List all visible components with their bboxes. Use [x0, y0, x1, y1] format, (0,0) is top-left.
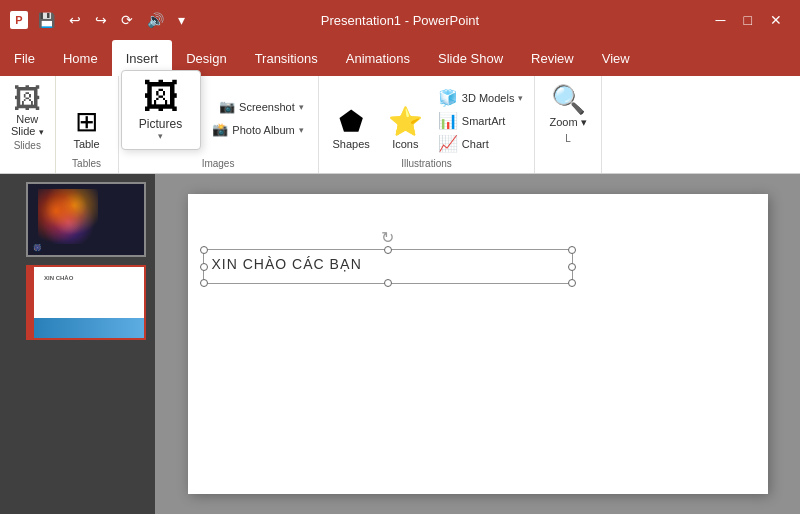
slide-2-preview: XIN CHÀO — [28, 267, 144, 338]
rotate-handle[interactable]: ↻ — [381, 228, 394, 247]
slides-panel: 1 🎆 2 XIN CHÀO — [0, 174, 155, 514]
screenshot-arrow: ▾ — [299, 102, 304, 112]
fireworks-graphic — [38, 189, 98, 244]
redo-qat-button[interactable]: ↪ — [91, 10, 111, 30]
tab-animations[interactable]: Animations — [332, 40, 424, 76]
shapes-label: Shapes — [333, 138, 370, 150]
slide-text-content[interactable]: XIN CHÀO CÁC BẠN — [204, 250, 572, 278]
illustrations-group-label: Illustrations — [327, 158, 527, 171]
slides-group: 🖼 New Slide ▾ Slides — [0, 76, 56, 173]
ribbon-tabs: File Home Insert Design Transitions Anim… — [0, 40, 800, 76]
slide-1-inner: 🎆 — [26, 182, 146, 257]
models-3d-button[interactable]: 🧊 3D Models ▾ — [435, 87, 527, 108]
slide-1-preview: 🎆 — [28, 184, 144, 255]
smartart-button[interactable]: 📊 SmartArt — [435, 110, 527, 131]
smartart-icon: 📊 — [438, 111, 458, 130]
zoom-button[interactable]: 🔍 Zoom ▾ — [543, 82, 592, 133]
save-qat-button[interactable]: 💾 — [34, 10, 59, 30]
photo-album-button[interactable]: 📸 Photo Album ▾ — [208, 120, 307, 139]
minimize-button[interactable]: ─ — [708, 12, 734, 28]
chart-label: Chart — [462, 138, 489, 150]
icons-label: Icons — [392, 138, 418, 150]
screenshot-button[interactable]: 📷 Screenshot ▾ — [215, 97, 308, 116]
slide-canvas[interactable]: ↻ XIN CHÀO CÁC BẠN — [188, 194, 768, 494]
window-controls: ─ □ ✕ — [708, 12, 790, 28]
audio-qat-button[interactable]: 🔊 — [143, 10, 168, 30]
handle-right-mid[interactable] — [568, 263, 576, 271]
table-button[interactable]: ⊞ Table — [64, 104, 110, 154]
models-3d-arrow: ▾ — [518, 93, 523, 103]
screenshot-icon: 📷 — [219, 99, 235, 114]
slide-thumbnail-1[interactable]: 1 🎆 — [6, 182, 149, 257]
models-3d-label: 3D Models — [462, 92, 515, 104]
tab-home[interactable]: Home — [49, 40, 112, 76]
new-slide-button[interactable]: 🖼 New Slide ▾ — [8, 82, 47, 140]
pictures-arrow: ▾ — [158, 131, 163, 141]
pictures-dropdown[interactable]: 🖼 Pictures ▾ — [121, 70, 201, 150]
illustrations-items: ⬟ Shapes ⭐ Icons 🧊 3D Models ▾ 📊 SmartAr… — [327, 82, 527, 158]
handle-bottom-right[interactable] — [568, 279, 576, 287]
slide-2-inner: XIN CHÀO — [26, 265, 146, 340]
tab-slideshow[interactable]: Slide Show — [424, 40, 517, 76]
app-body: 1 🎆 2 XIN CHÀO ↻ — [0, 174, 800, 514]
images-extra-items: 📷 Screenshot ▾ 📸 Photo Album ▾ — [208, 82, 307, 158]
new-slide-icon: 🖼 — [13, 85, 41, 113]
handle-top-right[interactable] — [568, 246, 576, 254]
table-icon: ⊞ — [75, 108, 98, 136]
new-slide-label: New — [16, 113, 38, 125]
photo-album-icon: 📸 — [212, 122, 228, 137]
images-group-label: Images — [202, 158, 235, 171]
zoom-icon: 🔍 — [551, 86, 586, 114]
handle-left-mid[interactable] — [200, 263, 208, 271]
photo-album-arrow: ▾ — [299, 125, 304, 135]
pictures-label: Pictures — [139, 117, 182, 131]
illustrations-group: ⬟ Shapes ⭐ Icons 🧊 3D Models ▾ 📊 SmartAr… — [319, 76, 536, 173]
slide-2-text: XIN CHÀO — [44, 275, 73, 281]
window-title: Presentation1 - PowerPoint — [321, 13, 479, 28]
tab-review[interactable]: Review — [517, 40, 588, 76]
handle-top-mid[interactable] — [384, 246, 392, 254]
new-slide-label2: Slide ▾ — [11, 125, 44, 137]
tables-group-items: ⊞ Table — [64, 82, 110, 158]
smartart-label: SmartArt — [462, 115, 505, 127]
slide-thumbnail-2[interactable]: 2 XIN CHÀO — [6, 265, 149, 340]
handle-top-left[interactable] — [200, 246, 208, 254]
slide-1-text: 🎆 — [33, 244, 42, 252]
qat-more-button[interactable]: ▾ — [174, 10, 189, 30]
tab-file[interactable]: File — [0, 40, 49, 76]
repeat-qat-button[interactable]: ⟳ — [117, 10, 137, 30]
tab-view[interactable]: View — [588, 40, 644, 76]
icons-icon: ⭐ — [388, 108, 423, 136]
maximize-button[interactable]: □ — [736, 12, 760, 28]
quick-access-toolbar: P 💾 ↩ ↪ ⟳ 🔊 ▾ — [10, 10, 189, 30]
shapes-icon: ⬟ — [339, 108, 363, 136]
ribbon-content: 🖼 New Slide ▾ Slides ⊞ Table Tables 🖼 Pi… — [0, 76, 800, 174]
table-label: Table — [73, 138, 99, 150]
tables-group: ⊞ Table Tables — [56, 76, 119, 173]
text-box-selected[interactable]: ↻ XIN CHÀO CÁC BẠN — [203, 249, 573, 284]
photo-album-label: Photo Album — [232, 124, 294, 136]
zoom-group-label: L — [565, 133, 571, 146]
zoom-label: Zoom ▾ — [549, 116, 586, 129]
title-bar: P 💾 ↩ ↪ ⟳ 🔊 ▾ Presentation1 - PowerPoint… — [0, 0, 800, 40]
app-icon: P — [10, 11, 28, 29]
chart-button[interactable]: 📈 Chart — [435, 133, 527, 154]
close-button[interactable]: ✕ — [762, 12, 790, 28]
main-slide-area: ↻ XIN CHÀO CÁC BẠN — [155, 174, 800, 514]
shapes-button[interactable]: ⬟ Shapes — [327, 104, 376, 154]
slide-2-accent — [34, 318, 144, 338]
slides-group-label: Slides — [14, 140, 41, 153]
chart-icon: 📈 — [438, 134, 458, 153]
tab-transitions[interactable]: Transitions — [241, 40, 332, 76]
tables-group-label: Tables — [72, 158, 101, 171]
handle-bottom-mid[interactable] — [384, 279, 392, 287]
zoom-group: 🔍 Zoom ▾ L — [535, 76, 601, 173]
undo-qat-button[interactable]: ↩ — [65, 10, 85, 30]
pictures-big-icon: 🖼 — [143, 79, 179, 115]
models-3d-icon: 🧊 — [438, 88, 458, 107]
screenshot-label: Screenshot — [239, 101, 295, 113]
images-group: 🖼 Pictures ▾ 📷 Screenshot ▾ 📸 Photo Albu… — [119, 76, 319, 173]
icons-button[interactable]: ⭐ Icons — [382, 104, 429, 154]
illus-right-items: 🧊 3D Models ▾ 📊 SmartArt 📈 Chart — [435, 87, 527, 154]
handle-bottom-left[interactable] — [200, 279, 208, 287]
